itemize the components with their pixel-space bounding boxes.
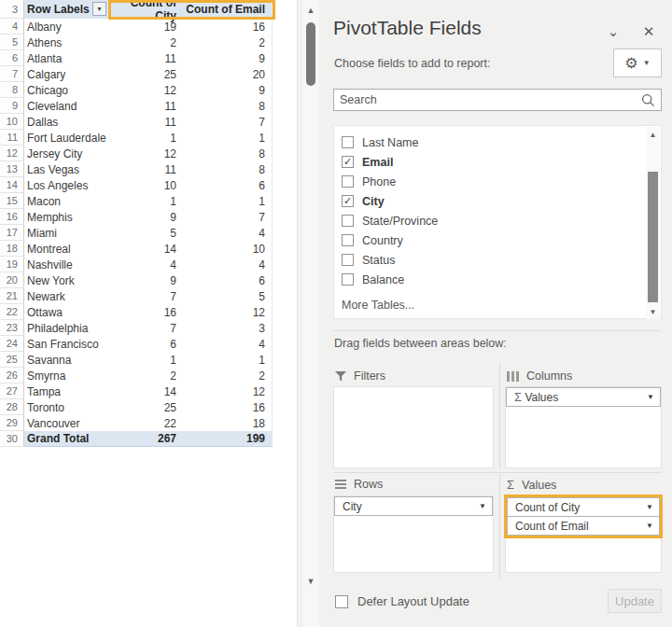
table-row: 26Smyrna22 [0, 368, 297, 383]
divider [499, 474, 500, 578]
unchecked-checkbox[interactable] [342, 234, 354, 246]
table-row: 11Fort Lauderdale11 [0, 130, 297, 146]
values-area-header: Σ Values [507, 478, 556, 492]
filters-area-header: Filters [335, 369, 385, 383]
search-input[interactable] [340, 93, 641, 106]
city-cell: Albany [24, 19, 108, 35]
field-item-last-name[interactable]: Last Name [342, 132, 661, 152]
filter-dropdown-button[interactable]: ▼ [92, 2, 106, 16]
table-row: 27Tampa1412 [0, 383, 297, 399]
columns-dropzone[interactable]: Σ Values ▼ [505, 386, 662, 468]
city-field-pill[interactable]: City ▼ [334, 496, 493, 516]
row-number: 24 [0, 336, 24, 352]
field-list: Last Name✓EmailPhone✓CityState/ProvinceC… [333, 125, 662, 319]
scroll-up-icon[interactable]: ▲ [302, 4, 319, 17]
defer-label: Defer Layout Update [357, 594, 469, 608]
table-row: 17Miami54 [0, 225, 297, 241]
count-of-city-cell: 14 [108, 241, 181, 257]
values-field-pill[interactable]: Σ Values ▼ [506, 387, 661, 407]
city-cell: Los Angeles [24, 177, 108, 193]
table-row: 10Dallas117 [0, 114, 297, 130]
chevron-down-icon[interactable]: ▼ [646, 522, 653, 530]
count-of-city-cell: 2 [108, 368, 181, 383]
scroll-down-icon[interactable]: ▼ [302, 575, 319, 588]
more-tables-link[interactable]: More Tables... [342, 299, 414, 312]
tools-button[interactable]: ⚙ ▼ [613, 49, 662, 77]
city-cell: New York [24, 272, 108, 288]
pivottable-fields-pane: ▲ ▼ PivotTable Fields ⌄ ✕ Choose fields … [297, 0, 672, 627]
choose-fields-label: Choose fields to add to report: [334, 57, 490, 70]
chevron-down-icon[interactable]: ⌄ [604, 22, 623, 41]
table-row: 8Chicago129 [0, 82, 297, 98]
scrollbar-thumb[interactable] [648, 172, 658, 302]
count-of-city-cell: 16 [108, 304, 181, 320]
table-row: 4Albany1916 [0, 19, 297, 35]
checked-checkbox[interactable]: ✓ [342, 156, 354, 168]
chevron-down-icon[interactable]: ▼ [479, 502, 486, 510]
table-row: 29Vancouver2218 [0, 415, 297, 431]
scrollbar-thumb[interactable] [306, 22, 315, 86]
field-label: Balance [362, 273, 404, 286]
field-item-status[interactable]: Status [342, 250, 661, 270]
field-list-scrollbar[interactable]: ▲ ▼ [646, 127, 660, 319]
scroll-up-icon[interactable]: ▲ [646, 129, 660, 140]
count-of-email-cell: 2 [181, 368, 273, 383]
scroll-down-icon[interactable]: ▼ [646, 306, 660, 317]
table-row: 16Memphis97 [0, 209, 297, 225]
chevron-down-icon[interactable]: ▼ [647, 393, 654, 401]
count-of-city-cell: 1 [108, 352, 181, 368]
city-cell: San Francisco [24, 336, 108, 352]
drag-hint-label: Drag fields between areas below: [334, 337, 507, 350]
field-item-balance[interactable]: Balance [342, 270, 661, 289]
chevron-down-icon[interactable]: ▼ [646, 503, 653, 511]
unchecked-checkbox[interactable] [342, 273, 354, 286]
count-of-city-cell: 12 [108, 146, 181, 161]
city-cell: Savanna [24, 352, 108, 368]
values-dropzone[interactable]: Count of City▼Count of Email▼ [505, 495, 662, 573]
field-label: Last Name [362, 136, 418, 149]
rows-area-header: Rows [335, 478, 383, 491]
count-of-city-cell: 7 [108, 288, 181, 304]
update-button[interactable]: Update [608, 589, 662, 613]
count-of-email-cell: 8 [181, 161, 273, 177]
count-of-email-cell: 4 [181, 225, 273, 241]
field-label: Status [362, 254, 395, 267]
field-item-country[interactable]: Country [342, 230, 661, 250]
count-of-city-cell: 1 [108, 193, 181, 209]
rows-dropzone[interactable]: City ▼ [333, 495, 494, 573]
field-item-phone[interactable]: Phone [342, 172, 661, 191]
count-of-city-cell: 267 [108, 431, 181, 447]
unchecked-checkbox[interactable] [342, 136, 354, 148]
count-of-city-pill[interactable]: Count of City▼ [507, 497, 660, 517]
count-of-city-cell: 6 [108, 336, 181, 352]
row-number: 9 [0, 98, 24, 114]
count-of-email-cell: 6 [181, 177, 273, 193]
count-of-email-pill[interactable]: Count of Email▼ [507, 516, 660, 536]
row-number: 6 [0, 50, 24, 66]
count-of-city-cell: 5 [108, 225, 181, 241]
city-cell: Macon [24, 193, 108, 209]
unchecked-checkbox[interactable] [342, 254, 354, 266]
close-icon[interactable]: ✕ [639, 22, 658, 41]
count-of-email-cell: 12 [181, 304, 273, 320]
defer-checkbox[interactable] [335, 595, 348, 608]
unchecked-checkbox[interactable] [342, 175, 354, 188]
row-number: 14 [0, 177, 24, 193]
pane-scrollbar[interactable]: ▲ ▼ [302, 0, 319, 627]
field-item-email[interactable]: ✓Email [342, 152, 661, 172]
row-number: 4 [0, 19, 24, 35]
search-box [333, 89, 662, 111]
count-of-email-cell: 6 [181, 272, 273, 288]
count-of-email-cell: 7 [181, 209, 273, 225]
divider [333, 330, 662, 331]
unchecked-checkbox[interactable] [342, 215, 354, 227]
checked-checkbox[interactable]: ✓ [342, 195, 354, 207]
count-of-city-cell: 19 [108, 19, 181, 35]
search-icon [641, 93, 655, 107]
filters-dropzone[interactable] [333, 386, 494, 468]
field-item-state-province[interactable]: State/Province [342, 211, 661, 230]
field-item-city[interactable]: ✓City [342, 191, 661, 211]
row-number: 25 [0, 352, 24, 368]
row-number: 20 [0, 272, 24, 288]
table-row: 13Las Vegas118 [0, 161, 297, 177]
